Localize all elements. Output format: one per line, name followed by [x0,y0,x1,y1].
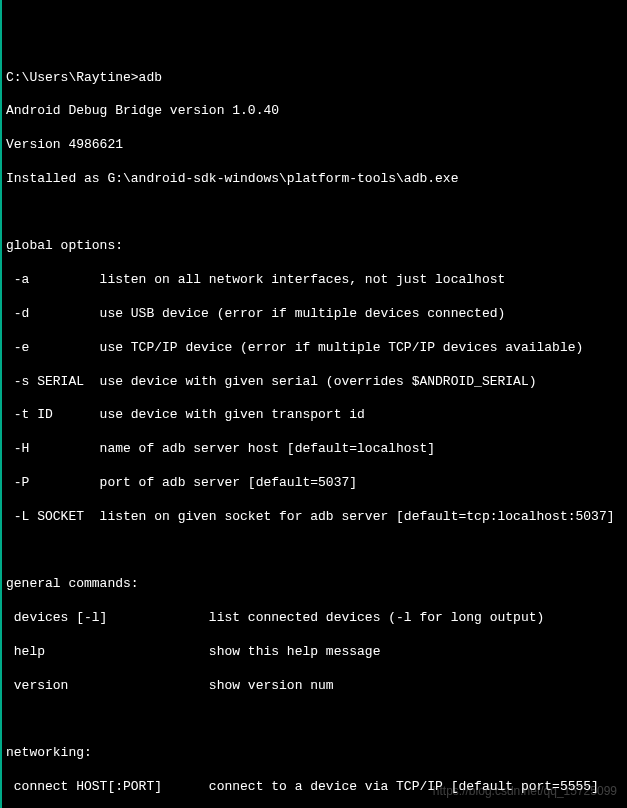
blank-line [6,543,623,560]
networking-heading: networking: [6,745,623,762]
global-option-e: -e use TCP/IP device (error if multiple … [6,340,623,357]
global-option-t: -t ID use device with given transport id [6,407,623,424]
global-options-heading: global options: [6,238,623,255]
general-commands-heading: general commands: [6,576,623,593]
command-prompt: C:\Users\Raytine>adb [6,70,623,87]
blank-line [6,205,623,222]
cmd-devices: devices [-l] list connected devices (-l … [6,610,623,627]
adb-version-line: Android Debug Bridge version 1.0.40 [6,103,623,120]
cmd-version: version show version num [6,678,623,695]
global-option-p: -P port of adb server [default=5037] [6,475,623,492]
net-connect: connect HOST[:PORT] connect to a device … [6,779,623,796]
cmd-help: help show this help message [6,644,623,661]
version-number-line: Version 4986621 [6,137,623,154]
install-path-line: Installed as G:\android-sdk-windows\plat… [6,171,623,188]
global-option-d: -d use USB device (error if multiple dev… [6,306,623,323]
global-option-a: -a listen on all network interfaces, not… [6,272,623,289]
global-option-s: -s SERIAL use device with given serial (… [6,374,623,391]
global-option-l: -L SOCKET listen on given socket for adb… [6,509,623,526]
global-option-h: -H name of adb server host [default=loca… [6,441,623,458]
blank-line [6,711,623,728]
